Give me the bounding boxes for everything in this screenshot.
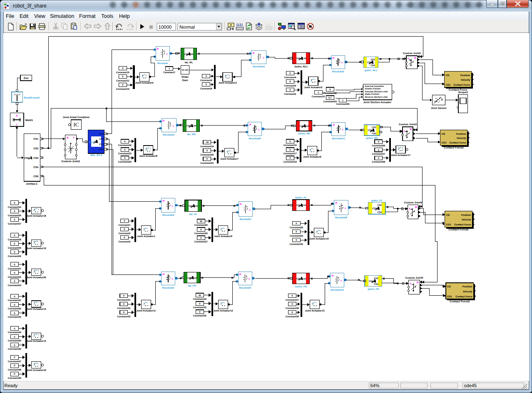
svg-text:B: B <box>332 124 335 126</box>
svg-text:Constant10: Constant10 <box>116 71 129 74</box>
svg-text:Scope2: Scope2 <box>458 91 468 94</box>
svg-text:CS4: CS4 <box>377 211 381 213</box>
svg-text:Constant45: Constant45 <box>7 339 21 342</box>
svg-text:CS1: CS1 <box>33 138 38 141</box>
svg-text:B: B <box>239 203 242 205</box>
svg-text:Constant1: Constant1 <box>118 223 131 226</box>
svg-text:Constant5: Constant5 <box>284 84 296 87</box>
svg-text:0: 0 <box>206 150 207 152</box>
svg-text:0: 0 <box>124 157 125 159</box>
svg-text:taz_FL: taz_FL <box>189 213 197 215</box>
svg-text:Joint Actuator7: Joint Actuator7 <box>220 157 239 160</box>
svg-text:Revolute: Revolute <box>157 62 168 65</box>
svg-text:1: 1 <box>342 99 343 102</box>
svg-text:45: 45 <box>199 220 202 222</box>
svg-text:Joint Actuator12: Joint Actuator12 <box>213 309 233 312</box>
svg-text:Custom Joint4: Custom Joint4 <box>404 201 422 204</box>
svg-text:Constant48: Constant48 <box>7 368 21 371</box>
svg-text:0: 0 <box>205 84 206 86</box>
svg-text:Position: Position <box>456 132 466 135</box>
svg-text:telo_01-2: telo_01-2 <box>90 154 102 157</box>
svg-text:Constant43: Constant43 <box>7 316 21 319</box>
svg-text:CS4: CS4 <box>33 166 38 168</box>
svg-text:Revolute4: Revolute4 <box>253 65 265 68</box>
svg-text:Custom Joint3: Custom Joint3 <box>399 123 417 126</box>
svg-text:Velocity: Velocity <box>460 78 470 81</box>
svg-text:0: 0 <box>289 140 291 143</box>
svg-text:Constant53: Constant53 <box>7 205 21 208</box>
svg-text:Joint Actuator2: Joint Actuator2 <box>304 86 322 89</box>
svg-text:Constant3: Constant3 <box>118 240 131 243</box>
svg-text:goleri_FR: goleri_FR <box>367 287 379 290</box>
svg-text:CS3: CS3 <box>304 125 308 127</box>
svg-text:Joint Actuator3: Joint Actuator3 <box>218 82 236 84</box>
svg-text:0: 0 <box>14 243 15 245</box>
svg-text:Joint Actuator19: Joint Actuator19 <box>26 247 46 250</box>
svg-text:Joint Actuator5: Joint Actuator5 <box>135 82 153 84</box>
svg-text:CS4: CS4 <box>373 283 378 286</box>
svg-text:B: B <box>332 57 335 59</box>
svg-text:0: 0 <box>14 280 15 283</box>
svg-text:Contact Force: Contact Force <box>449 141 466 144</box>
svg-text:1: 1 <box>168 67 169 70</box>
svg-text:0: 0 <box>14 202 15 205</box>
svg-text:0: 0 <box>14 365 15 367</box>
svg-text:Constant31: Constant31 <box>311 95 325 98</box>
svg-text:Slider: Slider <box>181 76 189 79</box>
svg-text:Constant49: Constant49 <box>7 376 21 379</box>
svg-text:Constant67: Constant67 <box>372 152 385 155</box>
svg-text:F: F <box>408 57 409 60</box>
svg-text:CS2: CS2 <box>89 141 93 143</box>
svg-text:Joint Actuator18: Joint Actuator18 <box>26 214 46 217</box>
svg-text:Revolute10: Revolute10 <box>330 288 344 291</box>
svg-text:CS3: CS3 <box>372 126 376 129</box>
svg-text:Constant29: Constant29 <box>289 234 303 237</box>
svg-text:Reverse Stiction Limit: Reverse Stiction Limit <box>365 96 388 98</box>
svg-text:0: 0 <box>200 228 201 231</box>
svg-text:Constant20: Constant20 <box>200 153 214 156</box>
svg-text:Constant28: Constant28 <box>289 226 303 229</box>
svg-text:Position: Position <box>460 74 470 77</box>
svg-text:CS5: CS5 <box>99 143 104 146</box>
svg-text:0: 0 <box>291 295 293 297</box>
svg-text:Joint Actuator1: Joint Actuator1 <box>137 235 155 237</box>
svg-text:B: B <box>162 119 165 121</box>
svg-text:0: 0 <box>296 239 297 242</box>
svg-text:RootGround: RootGround <box>24 96 39 99</box>
svg-text:0: 0 <box>122 67 123 70</box>
svg-text:Constant41: Constant41 <box>7 299 21 302</box>
svg-text:Y: Y <box>230 23 232 27</box>
svg-text:Constant33: Constant33 <box>117 315 131 318</box>
svg-text:CS3: CS3 <box>370 58 375 61</box>
svg-text:Joint Sensor: Joint Sensor <box>430 106 447 109</box>
svg-text:CS2: CS2 <box>188 205 192 207</box>
svg-text:0: 0 <box>123 295 124 297</box>
svg-text:0: 0 <box>206 158 207 161</box>
svg-text:CS3: CS3 <box>192 277 196 279</box>
svg-text:B: B <box>415 205 417 208</box>
svg-text:0: 0 <box>14 327 15 330</box>
svg-text:CS2: CS2 <box>296 204 300 207</box>
svg-text:1: 1 <box>318 91 319 94</box>
svg-text:CG: CG <box>447 285 451 288</box>
svg-text:0: 0 <box>378 157 379 160</box>
svg-text:Joint Actuator16: Joint Actuator16 <box>26 368 46 371</box>
svg-text:Constant64: Constant64 <box>323 100 337 103</box>
svg-text:goleri_FL: goleri_FL <box>371 199 382 202</box>
svg-text:Constant34: Constant34 <box>193 298 206 301</box>
svg-text:Constant36: Constant36 <box>193 314 206 317</box>
svg-text:Joint Actuator6: Joint Actuator6 <box>303 155 321 158</box>
svg-text:0: 0 <box>329 88 331 91</box>
svg-text:B: B <box>16 114 17 117</box>
svg-text:0: 0 <box>14 235 15 237</box>
svg-text:bedro_RR: bedro_RR <box>298 132 310 135</box>
svg-text:45: 45 <box>198 294 201 297</box>
svg-text:0: 0 <box>296 231 297 233</box>
svg-text:Constant68: Constant68 <box>372 161 385 163</box>
svg-text:bedro_FR: bedro_FR <box>295 285 307 288</box>
svg-text:Contact Force: Contact Force <box>455 295 472 298</box>
svg-text:CS3: CS3 <box>192 125 196 127</box>
svg-text:CS5: CS5 <box>33 156 38 159</box>
svg-text:0: 0 <box>124 220 125 222</box>
svg-text:0: 0 <box>14 336 15 338</box>
